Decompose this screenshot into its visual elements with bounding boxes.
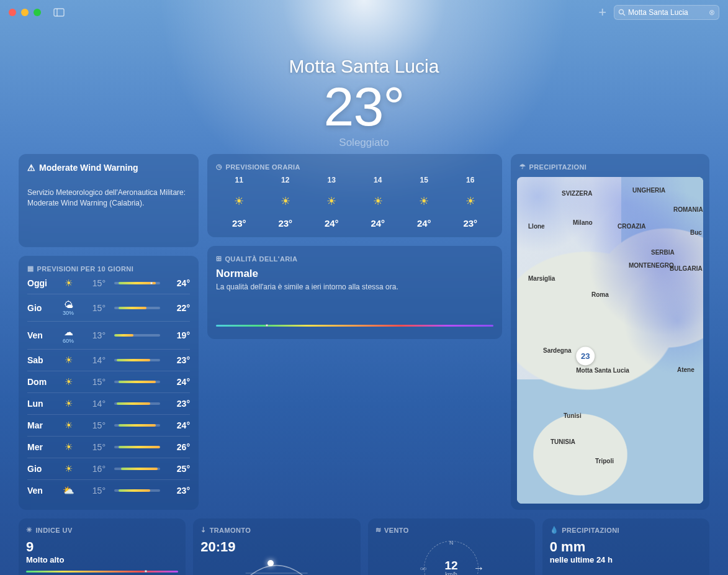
add-location-button[interactable]: + (598, 4, 606, 20)
forecast-row: Sab☀14°23° (27, 349, 190, 371)
forecast-row: Lun☀14°23° (27, 392, 190, 414)
hourly-column: 16☀23° (447, 176, 494, 229)
map-label: Tunisi (564, 412, 582, 419)
sunset-time: 20:19 (200, 539, 353, 555)
map-label: Atene (677, 366, 694, 373)
calendar-icon: ▦ (27, 265, 34, 273)
forecast-row: Mer☀15°26° (27, 436, 190, 458)
sun-icon: ☀ (355, 194, 402, 208)
hourly-column: 11☀23° (216, 176, 263, 229)
forecast-row: Gio🌤30%15°22° (27, 294, 190, 321)
aqi-icon: ⊞ (216, 255, 222, 263)
hourly-column: 15☀24° (401, 176, 447, 229)
hourly-column: 13☀24° (308, 176, 355, 229)
hourly-column: 14☀24° (355, 176, 402, 229)
sun-icon: ☀ (308, 194, 355, 208)
droplet-icon: 💧 (550, 526, 559, 534)
sun-icon: ☀ (447, 194, 494, 208)
forecast-row: Oggi☀15°24° (27, 278, 190, 294)
weather-icon: ☀ (57, 376, 79, 387)
wind-compass: NS ○-○→ 12km/h (375, 539, 528, 575)
map-label: SERBIA (651, 249, 675, 256)
svg-rect-0 (54, 9, 64, 16)
map-location-pin: 23 Motta Santa Lucia (576, 346, 629, 373)
aqi-desc: La qualità dell'aria è simile a ieri int… (216, 283, 493, 291)
sun-icon: ☀ (401, 194, 447, 208)
aqi-spectrum-bar (216, 325, 493, 327)
uv-index-card[interactable]: ☀INDICE UV 9 Molto alto Usa protezione s… (19, 518, 186, 575)
precipitation-map[interactable]: SVIZZERAUNGHERIAROMANIALloneMilanoCROAZI… (517, 177, 703, 504)
minimize-window[interactable] (21, 9, 29, 16)
hourly-forecast-card[interactable]: ◷PREVISIONE ORARIA 11☀23°12☀23°13☀24°14☀… (207, 154, 502, 237)
umbrella-icon: ☂ (519, 163, 526, 171)
map-label: Marsiglia (528, 275, 555, 282)
svg-point-2 (619, 10, 624, 14)
precip-period: nelle ultime 24 h (550, 555, 702, 564)
weather-icon: ☁60% (57, 327, 79, 344)
warning-desc: Servizio Meteorologico dell'Aeronautica … (27, 188, 190, 209)
aqi-value: Normale (216, 268, 493, 280)
sidebar-toggle-icon[interactable] (53, 8, 65, 17)
window-controls (9, 9, 41, 16)
map-label: UNGHERIA (632, 187, 665, 194)
sun-icon: ☀ (26, 526, 32, 534)
weather-icon: ☀ (57, 463, 79, 474)
sunset-icon: ⇣ (200, 526, 206, 534)
search-icon (618, 9, 626, 16)
map-label: BULGARIA (670, 265, 703, 272)
warning-icon: ⚠ (27, 163, 35, 173)
air-quality-card[interactable]: ⊞QUALITÀ DELL'ARIA Normale La qualità de… (207, 246, 502, 339)
forecast-row: Gio☀16°25° (27, 458, 190, 479)
search-field[interactable]: ⊗ (614, 5, 719, 20)
location-name: Motta Santa Lucia (10, 56, 718, 77)
map-label: Llone (528, 223, 545, 230)
map-label: Sardegna (543, 347, 572, 354)
close-window[interactable] (9, 9, 16, 16)
map-label: SVIZZERA (562, 190, 592, 197)
sun-path-arc (200, 558, 353, 575)
uv-value: 9 (26, 539, 178, 555)
titlebar: + ⊗ (0, 0, 728, 25)
map-label: Milano (573, 219, 593, 226)
warning-title: Moderate Wind Warning (39, 163, 138, 173)
tenday-forecast-card[interactable]: ▦PREVISIONI PER 10 GIORNI Oggi☀15°24°Gio… (19, 256, 199, 510)
current-temperature: 23° (10, 79, 718, 134)
sun-icon: ☀ (263, 194, 309, 208)
uv-level: Molto alto (26, 555, 178, 564)
forecast-row: Ven☁60%13°19° (27, 321, 190, 349)
weather-icon: ☀ (57, 398, 79, 409)
weather-icon: ⛅ (57, 485, 79, 496)
weather-icon: ☀ (57, 278, 79, 289)
svg-line-3 (623, 14, 625, 16)
wind-warning-card[interactable]: ⚠Moderate Wind Warning Servizio Meteorol… (19, 154, 199, 247)
precipitation-map-card[interactable]: ☂PRECIPITAZIONI SVIZZERAUNGHERIAROMANIAL… (511, 154, 709, 510)
map-label: Roma (591, 291, 609, 298)
clear-search-icon[interactable]: ⊗ (709, 8, 715, 17)
hourly-column: 12☀23° (263, 176, 309, 229)
sunset-card[interactable]: ⇣TRAMONTO 20:19 Alba: 05:28 (193, 518, 360, 575)
current-condition: Soleggiato (10, 137, 718, 149)
forecast-row: Ven⛅15°23° (27, 479, 190, 501)
map-label: Tripoli (595, 458, 614, 464)
maximize-window[interactable] (34, 9, 41, 16)
map-label: ROMANIA (673, 206, 703, 213)
search-input[interactable] (628, 8, 706, 17)
wind-icon: ≋ (375, 526, 381, 534)
weather-icon: ☀ (57, 441, 79, 453)
forecast-row: Mar☀15°24° (27, 414, 190, 436)
map-label: MONTENEGRO (629, 262, 674, 269)
current-weather-hero: Motta Santa Lucia 23° Soleggiato (10, 56, 718, 149)
weather-icon: 🌤30% (57, 299, 79, 316)
map-label: TUNISIA (550, 438, 575, 445)
forecast-row: Dom☀15°24° (27, 371, 190, 392)
wind-card[interactable]: ≋VENTO NS ○-○→ 12km/h (368, 518, 535, 575)
map-label: CROAZIA (618, 223, 646, 230)
clock-icon: ◷ (216, 163, 222, 171)
precipitation-24h-card[interactable]: 💧PRECIPITAZIONI 0 mm nelle ultime 24 h P… (542, 518, 709, 575)
precip-value: 0 mm (550, 539, 702, 555)
sun-icon: ☀ (216, 194, 263, 208)
map-label: Buc (690, 229, 702, 236)
uv-spectrum-bar (26, 571, 178, 573)
weather-icon: ☀ (57, 355, 79, 366)
weather-icon: ☀ (57, 420, 79, 431)
